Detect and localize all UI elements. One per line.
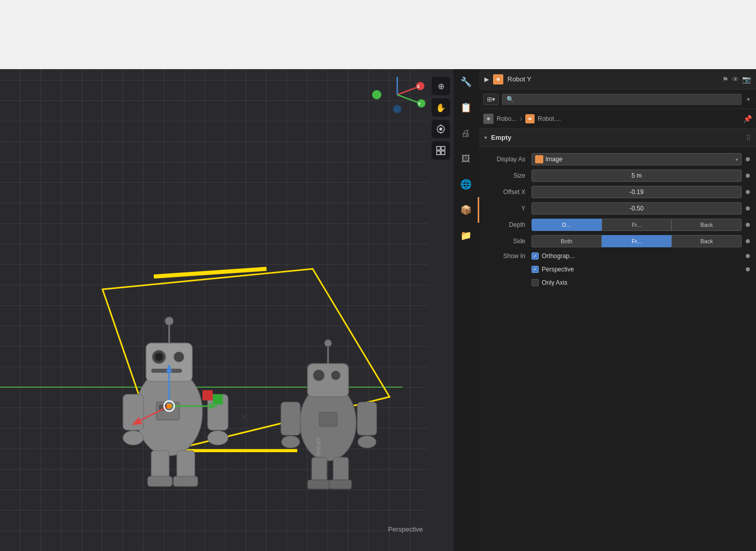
svg-point-44 xyxy=(281,436,300,448)
offset-y-row: Y xyxy=(479,200,756,217)
empty-section-content: Display As Image ▾ Size Offs xyxy=(479,147,756,293)
svg-point-7 xyxy=(155,353,163,361)
hide-icon[interactable]: 👁 xyxy=(732,75,739,83)
render-icon[interactable]: 📷 xyxy=(742,75,751,83)
sidebar-icon-modifiers[interactable]: 📁 xyxy=(454,223,479,248)
svg-point-53 xyxy=(393,105,401,113)
properties-sidebar: 🔧 📋 🖨 🖼 🌐 📦 📁 xyxy=(454,69,479,551)
display-as-icon xyxy=(535,155,543,163)
breadcrumb-right[interactable]: Robot.... xyxy=(538,115,561,122)
viewport[interactable]: ✕ RobotY xyxy=(0,69,454,551)
panel-title: Robot Y xyxy=(507,75,718,83)
scene-icon xyxy=(493,74,503,84)
breadcrumb-image-icon xyxy=(525,114,535,123)
depth-label: Depth xyxy=(485,221,532,228)
perspective-label: Perspective xyxy=(388,525,423,533)
offset-y-input[interactable] xyxy=(532,202,742,215)
side-back-button[interactable]: Back xyxy=(671,235,742,247)
section-options-dots[interactable]: ⠿ xyxy=(746,134,751,142)
svg-rect-69 xyxy=(528,118,532,120)
pin-icon[interactable]: 📌 xyxy=(743,115,752,123)
svg-rect-40 xyxy=(312,457,327,483)
search-filter-dropdown[interactable]: ⊞▾ xyxy=(483,94,499,105)
breadcrumb: Robo... › Robot.... 📌 xyxy=(479,109,756,129)
svg-point-29 xyxy=(167,404,172,409)
offset-x-value xyxy=(532,186,750,198)
display-as-label: Display As xyxy=(485,156,532,163)
side-front-button[interactable]: Fr... xyxy=(602,235,672,247)
ortho-checkbox[interactable]: ✓ xyxy=(532,252,539,260)
perspective-checkbox[interactable]: ✓ xyxy=(532,266,539,273)
sidebar-icon-output[interactable]: 🖨 xyxy=(454,120,479,146)
depth-row: Depth D... Fr... Back xyxy=(479,217,756,233)
size-label: Size xyxy=(485,172,532,179)
size-value xyxy=(532,169,750,182)
display-as-row: Display As Image ▾ xyxy=(479,151,756,167)
size-keyframe-dot xyxy=(746,174,750,178)
size-input[interactable] xyxy=(532,169,742,182)
depth-back-button[interactable]: Back xyxy=(671,219,742,231)
svg-text:✕: ✕ xyxy=(240,411,249,424)
depth-button-group: D... Fr... Back xyxy=(532,219,742,231)
sidebar-icon-tool[interactable]: 🔧 xyxy=(454,69,479,95)
depth-default-button[interactable]: D... xyxy=(532,219,602,231)
svg-line-47 xyxy=(397,87,418,95)
svg-rect-62 xyxy=(437,151,440,155)
breadcrumb-separator: › xyxy=(520,114,522,123)
svg-point-65 xyxy=(497,78,500,81)
grid-button[interactable] xyxy=(432,141,450,160)
svg-point-15 xyxy=(208,431,228,445)
svg-rect-60 xyxy=(437,146,440,150)
camera-button[interactable] xyxy=(432,120,450,138)
display-as-keyframe-dot xyxy=(746,157,750,161)
panel-header-icons: ⚑ 👁 📷 xyxy=(722,75,751,83)
svg-rect-20 xyxy=(202,390,213,400)
svg-text:Y: Y xyxy=(418,101,421,107)
svg-rect-42 xyxy=(308,480,330,489)
section-collapse-arrow: ▾ xyxy=(484,135,487,140)
sidebar-icon-world[interactable]: 🌐 xyxy=(454,172,479,197)
properties-panel: ▶ Robot Y ⚑ 👁 📷 ⊞▾ ▾ Robo... › Robot....… xyxy=(479,69,756,551)
offset-x-row: Offset X xyxy=(479,184,756,200)
search-expand-button[interactable]: ▾ xyxy=(745,95,752,104)
search-input[interactable] xyxy=(502,94,742,105)
breadcrumb-scene-icon xyxy=(483,114,494,124)
only-axis-checkbox[interactable] xyxy=(532,279,539,286)
filter-icon[interactable]: ⚑ xyxy=(722,75,729,83)
sidebar-icon-object[interactable]: 📦 xyxy=(454,197,479,223)
breadcrumb-left[interactable]: Robo... xyxy=(497,115,517,122)
display-as-value: Image ▾ xyxy=(532,153,750,165)
offset-x-input[interactable] xyxy=(532,186,742,198)
svg-point-33 xyxy=(313,370,324,381)
svg-rect-32 xyxy=(308,364,349,397)
axis-gizmo-svg: Y X xyxy=(366,74,428,115)
depth-value: D... Fr... Back xyxy=(532,219,750,231)
svg-rect-63 xyxy=(441,151,445,155)
search-bar: ⊞▾ ▾ xyxy=(479,90,756,109)
sidebar-icon-scene[interactable]: 📋 xyxy=(454,95,479,120)
empty-section-header[interactable]: ▾ Empty ⠿ xyxy=(479,129,756,147)
empty-section-title: Empty xyxy=(491,134,512,141)
side-label: Side xyxy=(485,238,532,245)
show-in-ortho-row: Show In ✓ Orthograp... xyxy=(479,249,756,263)
side-value: Both Fr... Back xyxy=(532,235,750,247)
svg-point-36 xyxy=(324,340,332,347)
offset-y-value xyxy=(532,202,750,215)
offset-y-keyframe-dot xyxy=(746,206,750,210)
side-keyframe-dot xyxy=(746,239,750,243)
svg-rect-18 xyxy=(148,476,172,486)
top-bar xyxy=(0,0,756,69)
pan-button[interactable]: ✋ xyxy=(432,98,450,117)
show-in-perspective-row: ✓ Perspective xyxy=(479,263,756,276)
play-button[interactable]: ▶ xyxy=(484,76,489,83)
display-as-text: Image xyxy=(545,156,562,163)
depth-front-button[interactable]: Fr... xyxy=(602,219,672,231)
svg-point-8 xyxy=(174,352,184,362)
viewport-toolbar-right: ⊕ ✋ xyxy=(428,69,454,551)
offset-x-keyframe-dot xyxy=(746,190,750,194)
side-both-button[interactable]: Both xyxy=(532,235,602,247)
sidebar-icon-viewlayer[interactable]: 🖼 xyxy=(454,146,479,172)
display-as-dropdown[interactable]: Image ▾ xyxy=(532,153,742,165)
offset-x-label: Offset X xyxy=(485,188,532,196)
zoom-in-button[interactable]: ⊕ xyxy=(432,77,450,95)
